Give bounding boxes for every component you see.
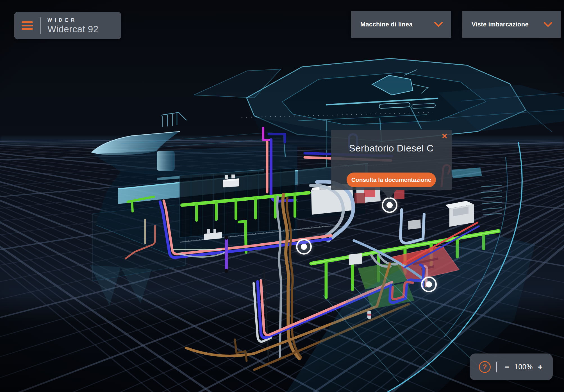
close-icon[interactable]: ✕ [441, 133, 448, 140]
documentation-button[interactable]: Consulta la documentazione [347, 173, 436, 187]
dropdown-views[interactable]: Viste imbarcazione [462, 11, 561, 38]
brand-card: WIDER Widercat 92 [14, 12, 121, 39]
popup-title: Serbatorio Diesel C [331, 143, 452, 154]
chevron-down-icon [544, 22, 552, 27]
logo-divider [40, 17, 41, 34]
hotspot-marker[interactable] [421, 277, 437, 292]
component-popup: ✕ Serbatorio Diesel C Consulta la docume… [331, 130, 452, 190]
dropdown-machines[interactable]: Macchine di linea [351, 11, 451, 38]
zoom-level-value: 100% [513, 363, 535, 371]
yacht-wireframe-render [0, 0, 564, 392]
hotspot-dot [386, 202, 393, 208]
brand-model-name: Widercat 92 [47, 24, 99, 34]
app-window: WIDER Widercat 92 Macchine di linea Vist… [0, 0, 564, 392]
dropdown-machines-label: Macchine di linea [360, 21, 413, 28]
brand-wordmark: WIDER [47, 18, 99, 22]
hotspot-marker[interactable] [296, 239, 312, 255]
popup-pointer [381, 189, 397, 199]
help-icon[interactable]: ? [479, 361, 491, 373]
hotspot-dot [301, 244, 307, 250]
zoom-toolbar: ? − 100% + [470, 354, 553, 380]
zoom-out-button[interactable]: − [501, 362, 513, 372]
chevron-down-icon [434, 22, 443, 27]
menu-hamburger-icon[interactable] [22, 20, 33, 31]
dropdown-views-label: Viste imbarcazione [472, 21, 529, 28]
hotspot-marker[interactable] [382, 197, 397, 213]
zoom-in-button[interactable]: + [535, 362, 546, 372]
toolbar-divider [496, 362, 497, 372]
hotspot-dot [426, 281, 432, 287]
